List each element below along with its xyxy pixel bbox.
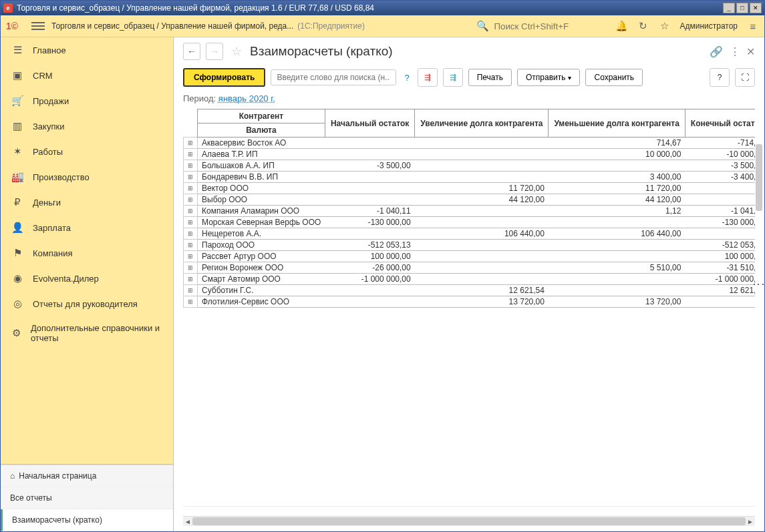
expand-icon[interactable]: ⊞ <box>184 217 198 228</box>
table-row[interactable]: ⊞Нещеретов А.А.106 440,00106 440,00 <box>184 228 756 240</box>
expand-icon[interactable]: ⊞ <box>184 285 198 296</box>
menu-button[interactable] <box>31 19 45 33</box>
person-icon: 👤 <box>11 222 23 234</box>
col-counterparty: Контрагент <box>198 109 325 123</box>
send-button[interactable]: Отправить▾ <box>517 69 581 86</box>
sidebar-item-purchases[interactable]: ▥Закупки <box>1 113 173 139</box>
reports-icon: ◎ <box>11 298 23 310</box>
side-panel-toggle[interactable]: ⋮ <box>754 37 764 531</box>
expand-icon[interactable]: ⊞ <box>184 183 198 194</box>
table-row[interactable]: ⊞Бондаревич В.В. ИП3 400,00-3 400,00 <box>184 172 756 183</box>
expand-icon[interactable]: ⊞ <box>184 274 198 285</box>
table-row[interactable]: ⊞Аквасервис Восток АО714,67-714,67 <box>184 138 756 149</box>
sidebar-item-crm[interactable]: ▣CRM <box>1 63 173 88</box>
collapse-groups-button[interactable]: ⇶ <box>443 68 463 87</box>
app-icon: e <box>3 3 13 13</box>
global-search-input[interactable] <box>492 21 602 32</box>
table-row[interactable]: ⊞Выбор ООО44 120,0044 120,00 <box>184 194 756 206</box>
print-button[interactable]: Печать <box>468 69 512 86</box>
sidebar: ☰Главное ▣CRM 🛒Продажи ▥Закупки ✶Работы … <box>1 37 174 531</box>
bell-icon[interactable]: 🔔 <box>615 20 627 32</box>
help-button[interactable]: ? <box>710 68 730 87</box>
table-row[interactable]: ⊞Субботин Г.С.12 621,5412 621,54 <box>184 285 756 296</box>
nav-forward-button[interactable]: → <box>206 43 223 60</box>
home-icon: ⌂ <box>10 471 15 481</box>
expand-icon[interactable]: ⊞ <box>184 296 198 308</box>
expand-icon[interactable]: ⊞ <box>184 251 198 262</box>
expand-icon[interactable]: ⊞ <box>184 172 198 183</box>
table-row[interactable]: ⊞Рассвет Артур ООО100 000,00100 000,00 <box>184 251 756 262</box>
favorite-star-icon[interactable]: ☆ <box>231 44 242 59</box>
table-row[interactable]: ⊞Большаков А.А. ИП-3 500,00-3 500,00 <box>184 160 756 172</box>
period-label: Период: <box>183 93 216 103</box>
expand-groups-button[interactable]: ⇶ <box>418 68 438 87</box>
fullscreen-button[interactable]: ⛶ <box>735 68 755 87</box>
more-menu-icon[interactable]: ⋮ <box>730 45 740 58</box>
expand-icon[interactable]: ⊞ <box>184 149 198 160</box>
main-area: ← → ☆ Взаиморасчеты (кратко) 🔗 ⋮ ✕ Сформ… <box>174 37 764 531</box>
sidebar-item-reports[interactable]: ◎Отчеты для руководителя <box>1 291 173 316</box>
expand-icon[interactable]: ⊞ <box>184 206 198 217</box>
expand-icon[interactable]: ⊞ <box>184 262 198 274</box>
help-icon[interactable]: ? <box>402 73 412 83</box>
sidebar-item-sales[interactable]: 🛒Продажи <box>1 88 173 113</box>
subnav-home[interactable]: ⌂Начальная страница <box>1 465 173 487</box>
link-icon[interactable]: 🔗 <box>710 45 723 58</box>
history-icon[interactable]: ↻ <box>637 20 649 32</box>
sidebar-item-company[interactable]: ⚑Компания <box>1 240 173 266</box>
table-row[interactable]: ⊞Смарт Автомир ООО-1 000 000,00-1 000 00… <box>184 274 756 285</box>
app-topbar: 1© Торговля и сервис_образец / Управлени… <box>1 15 764 37</box>
window-close-button[interactable]: ✕ <box>750 3 762 13</box>
table-row[interactable]: ⊞Пароход ООО-512 053,13-512 053,13 <box>184 240 756 251</box>
col-currency: Валюта <box>198 123 325 138</box>
expand-icon[interactable]: ⊞ <box>184 160 198 172</box>
settings-bars-icon[interactable]: ≡ <box>747 20 759 32</box>
nav-back-button[interactable]: ← <box>183 43 200 60</box>
factory-icon: 🏭 <box>11 171 23 183</box>
generate-button[interactable]: Сформировать <box>183 68 265 87</box>
breadcrumb: Торговля и сервис_образец / Управление н… <box>51 21 365 31</box>
subnav-settlements[interactable]: Взаиморасчеты (кратко) <box>1 509 173 531</box>
report-search-input[interactable] <box>271 69 396 85</box>
col-increase: Увеличение долга контрагента <box>415 109 549 138</box>
table-row[interactable]: ⊞Регион Воронеж ООО-26 000,005 510,00-31… <box>184 262 756 274</box>
gear-icon: ⚙ <box>11 327 21 339</box>
expand-icon[interactable]: ⊞ <box>184 138 198 149</box>
col-end: Конечный остаток <box>685 109 755 138</box>
logo-1c-icon: 1© <box>6 19 25 33</box>
window-titlebar: e Торговля и сервис_образец / Управление… <box>1 1 764 15</box>
table-row[interactable]: ⊞Компания Аламарин ООО-1 040,111,12-1 04… <box>184 206 756 217</box>
sidebar-item-salary[interactable]: 👤Зарплата <box>1 215 173 240</box>
col-start: Начальный остаток <box>325 109 414 138</box>
save-button[interactable]: Сохранить <box>585 69 643 86</box>
period-value[interactable]: январь 2020 г. <box>218 93 275 103</box>
expand-icon[interactable]: ⊞ <box>184 240 198 251</box>
page-title: Взаиморасчеты (кратко) <box>250 44 393 59</box>
ruble-icon: ₽ <box>11 196 23 208</box>
expand-icon[interactable]: ⊞ <box>184 228 198 240</box>
expand-icon[interactable]: ⊞ <box>184 194 198 206</box>
star-icon[interactable]: ☆ <box>658 20 670 32</box>
subnav-all-reports[interactable]: Все отчеты <box>1 487 173 509</box>
sidebar-item-works[interactable]: ✶Работы <box>1 139 173 164</box>
sidebar-item-additional[interactable]: ⚙Дополнительные справочники и отчеты <box>1 316 173 350</box>
table-row[interactable]: ⊞Морская Северная Верфь ООО-130 000,00-1… <box>184 217 756 228</box>
table-row[interactable]: ⊞Флотилия-Сервис ООО13 720,0013 720,00 <box>184 296 756 308</box>
table-row[interactable]: ⊞Вектор ООО11 720,0011 720,00 <box>184 183 756 194</box>
window-maximize-button[interactable]: □ <box>736 3 748 13</box>
horizontal-scrollbar[interactable]: ◄► <box>183 516 755 526</box>
window-title: Торговля и сервис_образец / Управление н… <box>17 3 723 13</box>
box-icon: ▥ <box>11 120 23 132</box>
search-icon: 🔍 <box>476 20 488 32</box>
table-row[interactable]: ⊞Алаева Т.Р. ИП10 000,00-10 000,00 <box>184 149 756 160</box>
dealer-icon: ◉ <box>11 272 23 284</box>
sidebar-item-production[interactable]: 🏭Производство <box>1 164 173 190</box>
crm-icon: ▣ <box>11 69 23 81</box>
sidebar-item-main[interactable]: ☰Главное <box>1 37 173 63</box>
cart-icon: 🛒 <box>11 95 23 107</box>
user-label[interactable]: Администратор <box>679 21 738 31</box>
window-minimize-button[interactable]: _ <box>723 3 735 13</box>
sidebar-item-money[interactable]: ₽Деньги <box>1 190 173 215</box>
sidebar-item-evolventa[interactable]: ◉Evolventa.Дилер <box>1 266 173 291</box>
flag-icon: ⚑ <box>11 247 23 259</box>
